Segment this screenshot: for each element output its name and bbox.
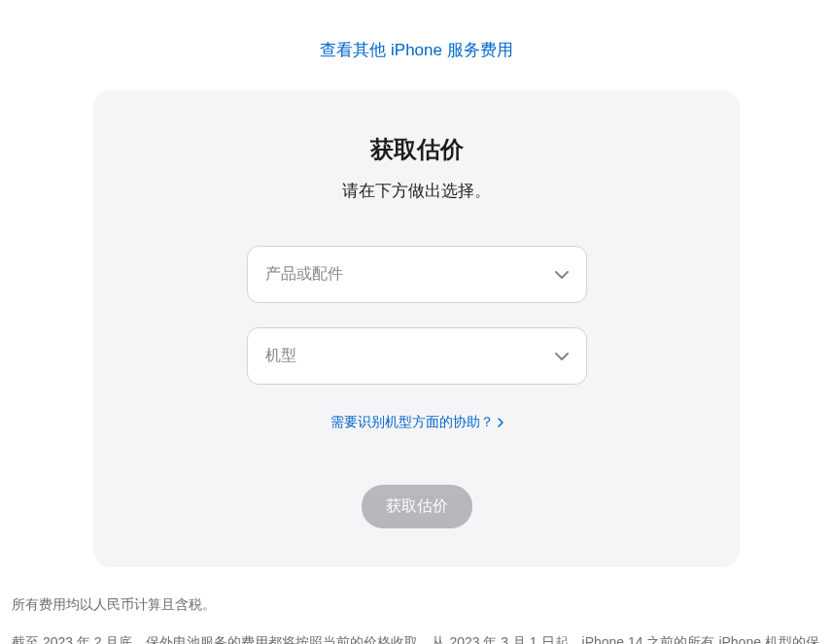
footer-line2-part1: 截至 2023 年 2 月底，保外电池服务的费用都将按照当前的价格收取。从 20… [12,634,819,644]
footer-line2: 截至 2023 年 2 月底，保外电池服务的费用都将按照当前的价格收取。从 20… [12,629,821,644]
other-services-link[interactable]: 查看其他 iPhone 服务费用 [320,41,512,59]
product-select-wrapper: 产品或配件 [247,246,587,303]
footer-line1: 所有费用均以人民币计算且含税。 [12,592,821,618]
model-select-wrapper: 机型 [247,327,587,385]
card-title: 获取估价 [132,134,701,165]
product-select[interactable]: 产品或配件 [247,246,587,303]
footer-text: 所有费用均以人民币计算且含税。 截至 2023 年 2 月底，保外电池服务的费用… [0,567,833,644]
identify-model-help-link[interactable]: 需要识别机型方面的协助？ [330,414,503,431]
help-link-label: 需要识别机型方面的协助？ [330,414,494,431]
card-subtitle: 请在下方做出选择。 [132,180,701,202]
chevron-down-icon [555,271,569,279]
get-estimate-button[interactable]: 获取估价 [362,485,472,528]
model-select-placeholder: 机型 [265,346,296,366]
product-select-placeholder: 产品或配件 [265,264,343,285]
chevron-down-icon [555,353,569,360]
chevron-right-icon [498,418,503,427]
estimate-card: 获取估价 请在下方做出选择。 产品或配件 机型 需要识别机型方面的协助？ 获取估… [93,90,740,567]
top-link-container: 查看其他 iPhone 服务费用 [0,0,833,90]
model-select[interactable]: 机型 [247,327,587,385]
